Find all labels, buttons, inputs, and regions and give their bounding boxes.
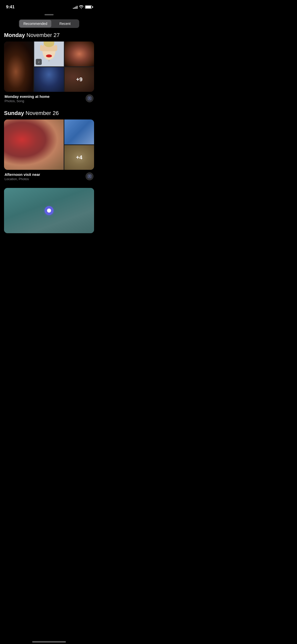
segment-control: Recommended Recent xyxy=(19,19,79,28)
photo-cell-sunday-main[interactable] xyxy=(4,119,64,170)
share-icon xyxy=(88,96,92,100)
sunday-share-button[interactable] xyxy=(86,172,94,180)
share-icon-2 xyxy=(88,174,92,178)
music-badge: ♪ xyxy=(36,59,42,65)
signal-icon xyxy=(73,5,77,9)
svg-point-12 xyxy=(48,60,50,62)
monday-date: November 27 xyxy=(26,32,60,38)
monday-share-button[interactable] xyxy=(86,94,94,102)
status-icons xyxy=(73,5,92,9)
svg-point-11 xyxy=(46,55,52,58)
photo-cell-top-right[interactable] xyxy=(65,42,94,66)
photo-sunday-main-img xyxy=(4,119,64,170)
monday-caption-row: Monday evening at home Photos, Song xyxy=(4,94,94,103)
battery-icon xyxy=(85,5,92,9)
photo-cell-katy[interactable]: ♪ xyxy=(34,42,64,66)
monday-caption-subtitle: Photos, Song xyxy=(5,99,50,103)
wifi-icon xyxy=(79,5,83,9)
tab-recommended[interactable]: Recommended xyxy=(19,20,51,27)
svg-rect-3 xyxy=(40,45,43,51)
map-thumbnail[interactable] xyxy=(4,188,94,233)
sunday-section: Sunday November 26 +4 Afternoon visit ne… xyxy=(4,110,94,181)
photo-cell-sunday-top-right[interactable] xyxy=(64,119,94,144)
monday-section: Monday November 27 xyxy=(4,32,94,103)
sunday-caption-text: Afternoon visit near Location, Photos xyxy=(5,172,40,181)
svg-rect-10 xyxy=(44,42,54,44)
sunday-caption-row: Afternoon visit near Location, Photos xyxy=(4,172,94,181)
map-section xyxy=(4,188,94,233)
monday-day: Monday xyxy=(4,32,25,38)
sunday-date: November 26 xyxy=(26,110,59,116)
sunday-header: Sunday November 26 xyxy=(4,110,94,116)
map-pin xyxy=(45,206,54,215)
monday-photo-grid[interactable]: ♪ +9 xyxy=(4,42,94,92)
tab-recent[interactable]: Recent xyxy=(51,20,79,27)
photo-blur-3 xyxy=(65,42,94,66)
plus-badge-4: +4 xyxy=(64,145,94,170)
plus-badge-9: +9 xyxy=(65,67,94,92)
status-time: 9:41 xyxy=(6,5,15,10)
status-bar: 9:41 xyxy=(0,0,98,13)
content-area: Monday November 27 xyxy=(0,32,98,250)
monday-caption-title: Monday evening at home xyxy=(5,94,50,99)
sunday-photo-grid[interactable]: +4 xyxy=(4,119,94,170)
sheet-handle xyxy=(0,13,98,16)
photo-blur-face xyxy=(4,42,33,92)
photo-blur-4 xyxy=(34,67,64,92)
photo-cell-plus9[interactable]: +9 xyxy=(65,67,94,92)
segment-control-wrap: Recommended Recent xyxy=(0,16,98,32)
svg-rect-8 xyxy=(55,45,57,51)
sunday-caption-title: Afternoon visit near xyxy=(5,172,40,177)
monday-caption-text: Monday evening at home Photos, Song xyxy=(5,94,50,103)
photo-cell-main[interactable] xyxy=(4,42,33,92)
photo-cell-plus4[interactable]: +4 xyxy=(64,145,94,170)
sunday-caption-subtitle: Location, Photos xyxy=(5,177,40,181)
photo-cell-bottom-mid[interactable] xyxy=(34,67,64,92)
photo-sunday-tr-img xyxy=(64,119,94,144)
monday-header: Monday November 27 xyxy=(4,32,94,38)
sunday-day: Sunday xyxy=(4,110,24,116)
